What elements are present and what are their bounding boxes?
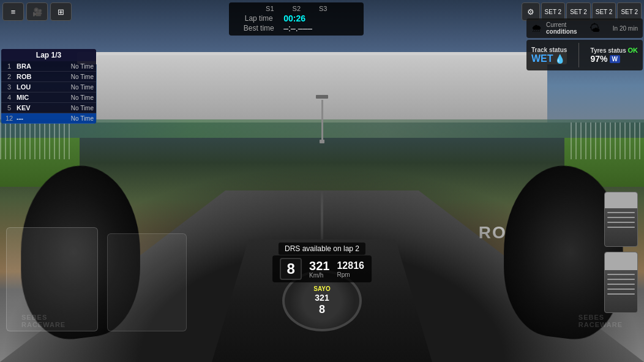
player-time: No Time: [71, 115, 94, 122]
weather-panel: 🌧 Current conditions 🌤 In 20 min Track s…: [526, 18, 643, 72]
sector2-label: S2: [293, 5, 301, 12]
time-mic: No Time: [71, 94, 94, 101]
player-row: 12 --- No Time: [1, 113, 96, 124]
player-name: ---: [17, 115, 69, 122]
weather-conditions: 🌧 Current conditions 🌤 In 20 min: [526, 18, 643, 38]
player-pos: 12: [4, 115, 15, 122]
in-20-label: In 20 min: [613, 25, 638, 32]
touch-control-right[interactable]: [107, 233, 187, 331]
speed-unit: Km/h: [309, 272, 329, 279]
fence-right: [571, 123, 644, 159]
timing-sectors: S1 S2 S3: [239, 5, 354, 12]
sebes-watermark-right: SEBESRACEWARE: [578, 314, 623, 328]
table-row: 4 MIC No Time: [1, 92, 96, 103]
track-status-panel: Track status WET 💧 Tyres status OK 97% W: [526, 40, 643, 70]
pos-2: 2: [4, 73, 15, 80]
table-row: 3 LOU No Time: [1, 82, 96, 92]
pedals-container: [604, 192, 638, 313]
best-time-label: Best time: [239, 24, 279, 32]
camera-button[interactable]: 🎥: [26, 2, 48, 21]
tyres-status-label: Tyres status OK: [591, 47, 638, 54]
drs-notification: DRS available on lap 2: [279, 243, 365, 255]
lap-time-value: 00:26: [283, 13, 305, 23]
track-status-label: Track status: [531, 47, 567, 53]
menu-button[interactable]: ≡: [2, 2, 24, 21]
gear-icon: ⚙: [527, 7, 534, 17]
best-time-row: Best time –:–.–––: [239, 23, 354, 33]
view-icon: ⊞: [58, 7, 64, 17]
leaderboard: Lap 1/3 1 BRA No Time 2 ROB No Time 3 LO…: [1, 49, 96, 124]
conditions-info: Current conditions: [546, 21, 577, 35]
time-rob: No Time: [71, 74, 94, 80]
view-button[interactable]: ⊞: [50, 2, 72, 21]
start-lights: [316, 95, 328, 143]
conditions-label: Current: [546, 21, 577, 28]
accelerator-pedal[interactable]: [604, 252, 638, 313]
tyres-pct: 97% W: [591, 54, 638, 64]
name-rob: ROB: [17, 73, 69, 80]
speed-display: 8 321 Km/h 12816 Rpm: [272, 255, 372, 282]
leaderboard-header: Lap 1/3: [1, 49, 96, 61]
table-row: 2 ROB No Time: [1, 72, 96, 82]
name-mic: MIC: [17, 94, 69, 101]
best-time-value: –:–.–––: [283, 23, 312, 33]
speed-readout: 321 Km/h: [309, 260, 329, 279]
time-bra: No Time: [71, 63, 94, 70]
track-status-section: Track status WET 💧: [531, 47, 567, 64]
menu-icon: ≡: [11, 7, 16, 17]
rain-icon: 🌧: [531, 22, 542, 35]
track-status-value: WET 💧: [531, 53, 567, 64]
camera-icon: 🎥: [32, 7, 42, 17]
table-row: 5 KEV No Time: [1, 103, 96, 113]
sun-icon: 🌤: [590, 22, 601, 35]
lap-time-row: Lap time 00:26: [239, 13, 354, 23]
touch-control-left[interactable]: [6, 227, 98, 331]
lap-time-label: Lap time: [239, 14, 279, 23]
pos-1: 1: [4, 62, 15, 70]
timing-display: S1 S2 S3 Lap time 00:26 Best time –:–.––…: [229, 2, 364, 36]
time-kev: No Time: [71, 105, 94, 111]
rpm-unit: Rpm: [337, 271, 364, 278]
tyres-status-section: Tyres status OK 97% W: [591, 47, 638, 64]
name-bra: BRA: [17, 62, 69, 70]
pos-3: 3: [4, 83, 15, 91]
name-kev: KEV: [17, 104, 69, 111]
brake-pedal[interactable]: [604, 192, 638, 247]
sector3-label: S3: [319, 5, 327, 12]
divider: [578, 43, 579, 67]
top-left-controls: ≡ 🎥 ⊞: [2, 2, 72, 21]
time-lou: No Time: [71, 84, 94, 91]
water-drops-icon: 💧: [555, 54, 565, 64]
drs-text: DRS available on lap 2: [285, 244, 359, 253]
conditions-label-2: conditions: [546, 28, 577, 35]
pos-5: 5: [4, 104, 15, 111]
gear-indicator: 8: [280, 258, 302, 280]
name-lou: LOU: [17, 83, 69, 91]
rpm-readout: 12816 Rpm: [337, 260, 364, 278]
tyre-type-badge: W: [610, 55, 620, 63]
sector1-label: S1: [266, 5, 274, 12]
steering-wheel-display: SAYO 321 8: [313, 285, 330, 316]
pos-4: 4: [4, 94, 15, 101]
table-row: 1 BRA No Time: [1, 61, 96, 72]
tyres-ok-badge: OK: [627, 47, 638, 54]
speed-value: 321: [309, 260, 329, 272]
fence-left: [0, 123, 73, 159]
rpm-value: 12816: [337, 260, 364, 271]
